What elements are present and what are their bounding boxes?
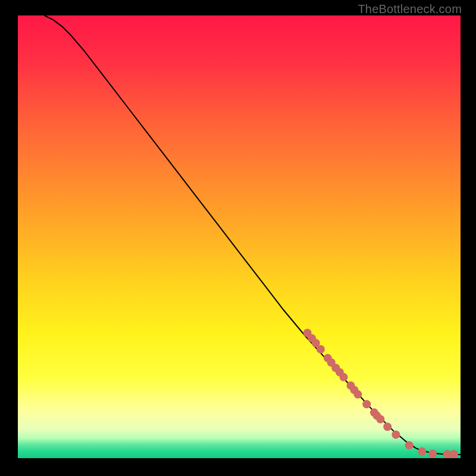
data-dot — [376, 415, 384, 424]
plot-area — [18, 15, 461, 458]
data-dots — [303, 328, 458, 458]
curve-layer — [18, 15, 461, 458]
data-dot — [405, 441, 414, 449]
data-dot — [392, 431, 400, 439]
watermark-text: TheBottleneck.com — [358, 2, 462, 16]
data-dot — [383, 422, 392, 431]
data-dot — [418, 447, 426, 456]
data-dot — [428, 450, 437, 458]
data-dot — [340, 373, 348, 381]
data-dot — [450, 450, 458, 458]
data-dot — [362, 400, 371, 408]
data-dot — [353, 390, 362, 399]
bottleneck-curve — [45, 15, 461, 455]
data-dot — [317, 345, 325, 353]
chart-root: TheBottleneck.com — [0, 0, 476, 476]
